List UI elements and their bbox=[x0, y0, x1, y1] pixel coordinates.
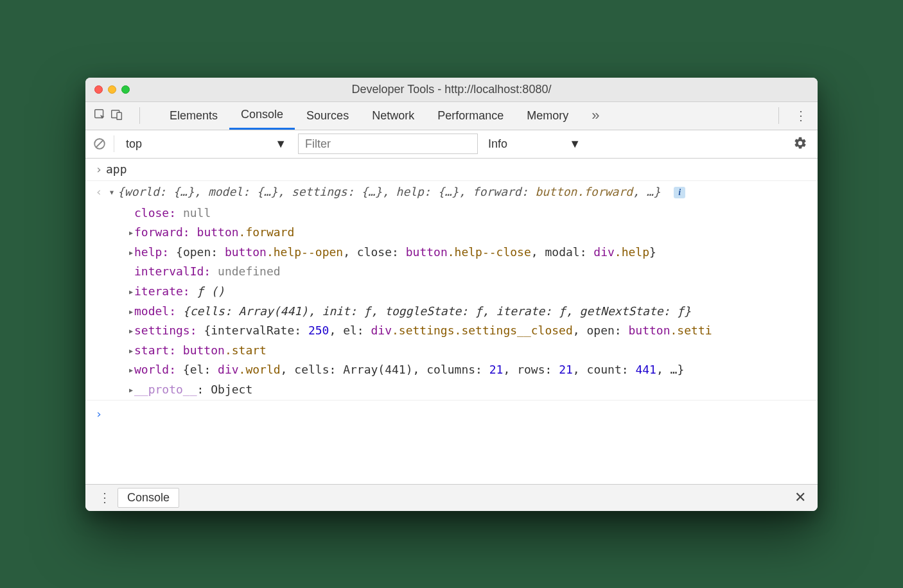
titlebar: Developer Tools - http://localhost:8080/ bbox=[85, 78, 818, 102]
output-chevron-icon: ‹ bbox=[92, 182, 106, 202]
close-drawer-icon[interactable]: ✕ bbox=[789, 489, 811, 506]
tab-performance[interactable]: Performance bbox=[426, 102, 515, 130]
prop-forward[interactable]: forward: button.forward bbox=[121, 223, 818, 243]
object-properties: close: null forward: button.forward help… bbox=[85, 203, 818, 400]
zoom-window-button[interactable] bbox=[121, 85, 130, 94]
context-value: top bbox=[126, 137, 142, 151]
chevron-down-icon: ▼ bbox=[569, 137, 581, 151]
expand-toggle-icon[interactable] bbox=[106, 182, 118, 202]
svg-rect-2 bbox=[117, 112, 121, 119]
prop-model[interactable]: model: {cells: Array(441), init: ƒ, togg… bbox=[121, 302, 818, 322]
tab-network[interactable]: Network bbox=[360, 102, 426, 130]
console-output: › app ‹ {world: {…}, model: {…}, setting… bbox=[85, 159, 818, 484]
tab-console[interactable]: Console bbox=[229, 102, 295, 130]
tab-sources[interactable]: Sources bbox=[295, 102, 360, 130]
svg-line-4 bbox=[96, 141, 103, 148]
tab-memory[interactable]: Memory bbox=[515, 102, 580, 130]
prop-close[interactable]: close: null bbox=[121, 203, 818, 223]
log-level-value: Info bbox=[488, 137, 507, 151]
prompt-chevron-icon: › bbox=[92, 404, 106, 424]
input-chevron-icon: › bbox=[92, 160, 106, 180]
console-input-echo: › app bbox=[85, 159, 818, 181]
devtools-window: Developer Tools - http://localhost:8080/… bbox=[85, 78, 818, 511]
log-level-selector[interactable]: Info ▼ bbox=[483, 137, 586, 151]
prop-iterate[interactable]: iterate: ƒ () bbox=[121, 282, 818, 302]
device-toolbar-icon[interactable] bbox=[110, 108, 124, 124]
info-badge-icon[interactable]: i bbox=[674, 187, 685, 198]
prop-world[interactable]: world: {el: div.world, cells: Array(441)… bbox=[121, 360, 818, 380]
separator bbox=[778, 107, 779, 124]
close-window-button[interactable] bbox=[94, 85, 103, 94]
inspect-element-icon[interactable] bbox=[93, 108, 107, 124]
console-prompt-row[interactable]: › bbox=[85, 400, 818, 426]
clear-console-icon[interactable] bbox=[91, 137, 109, 151]
prop-proto[interactable]: __proto__: Object bbox=[121, 380, 818, 400]
separator bbox=[139, 107, 140, 124]
drawer-tab-console[interactable]: Console bbox=[118, 488, 179, 508]
filter-input[interactable] bbox=[298, 134, 478, 154]
console-input[interactable] bbox=[106, 404, 811, 424]
prop-settings[interactable]: settings: {intervalRate: 250, el: div.se… bbox=[121, 321, 818, 341]
prop-help[interactable]: help: {open: button.help--open, close: b… bbox=[121, 243, 818, 263]
more-tabs-button[interactable]: » bbox=[586, 107, 604, 124]
console-filter-bar: top ▼ Info ▼ bbox=[85, 130, 818, 159]
traffic-lights bbox=[85, 85, 130, 94]
context-selector[interactable]: top ▼ bbox=[119, 134, 293, 154]
prop-intervalid[interactable]: intervalId: undefined bbox=[121, 262, 818, 282]
tab-elements[interactable]: Elements bbox=[158, 102, 229, 130]
drawer-menu-icon[interactable]: ⋮ bbox=[92, 490, 118, 505]
customize-menu-icon[interactable]: ⋮ bbox=[788, 108, 814, 123]
main-toolbar: Elements Console Sources Network Perform… bbox=[85, 102, 818, 130]
object-summary: {world: {…}, model: {…}, settings: {…}, … bbox=[118, 182, 811, 202]
window-title: Developer Tools - http://localhost:8080/ bbox=[85, 83, 818, 96]
console-result-row[interactable]: ‹ {world: {…}, model: {…}, settings: {…}… bbox=[85, 180, 818, 203]
console-settings-icon[interactable] bbox=[793, 136, 812, 152]
chevron-down-icon: ▼ bbox=[275, 137, 286, 151]
panel-tabs: Elements Console Sources Network Perform… bbox=[158, 102, 580, 130]
minimize-window-button[interactable] bbox=[108, 85, 116, 94]
prop-start[interactable]: start: button.start bbox=[121, 341, 818, 361]
input-text: app bbox=[106, 160, 811, 180]
separator bbox=[114, 135, 114, 152]
drawer-bar: ⋮ Console ✕ bbox=[85, 484, 818, 511]
